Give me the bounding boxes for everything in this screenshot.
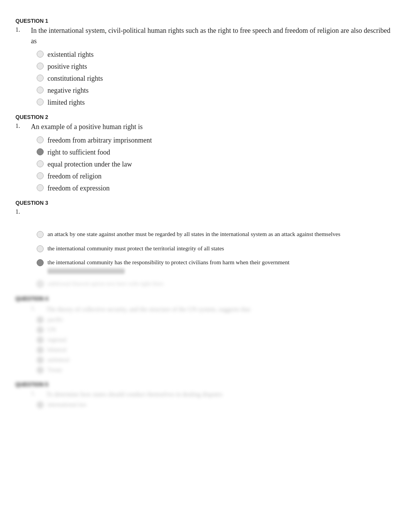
question-4-label: QUESTION 4 bbox=[15, 296, 395, 302]
question-1-label: QUESTION 1 bbox=[15, 18, 395, 24]
option-q1-existential[interactable]: existential rights bbox=[37, 49, 395, 60]
radio-q1-positive[interactable] bbox=[37, 63, 44, 70]
option-q2-freedom-religion[interactable]: freedom of religion bbox=[37, 171, 395, 182]
option-q1-limited[interactable]: limited rights bbox=[37, 97, 395, 108]
option-text-q3-attack: an attack by one state against another m… bbox=[47, 230, 341, 239]
option-q1-constitutional[interactable]: constitutional rights bbox=[37, 73, 395, 84]
question-3-number: 1. bbox=[15, 207, 31, 215]
question-1-section: QUESTION 1 1. In the international syste… bbox=[15, 18, 395, 108]
radio-q2-freedom-religion[interactable] bbox=[37, 172, 44, 179]
radio-q2-equal-protection[interactable] bbox=[37, 160, 44, 167]
question-2-number: 1. bbox=[15, 122, 31, 129]
question-2-section: QUESTION 2 1. An example of a positive h… bbox=[15, 114, 395, 194]
option-text-q1-limited: limited rights bbox=[47, 97, 85, 108]
question-2-text: An example of a positive human right is bbox=[31, 122, 395, 132]
option-text-q3-territorial: the international community must protect… bbox=[47, 244, 224, 253]
option-q2-sufficient-food[interactable]: right to sufficient food bbox=[37, 147, 395, 158]
option-q3-attack[interactable]: an attack by one state against another m… bbox=[37, 230, 395, 239]
option-text-q2-freedom-arbitrary: freedom from arbitrary imprisonment bbox=[47, 135, 152, 146]
option-text-q3-responsibility: the international community has the resp… bbox=[47, 258, 290, 267]
radio-q1-limited[interactable] bbox=[37, 99, 44, 105]
radio-q2-freedom-expression[interactable] bbox=[37, 184, 44, 191]
question-4-section: QUESTION 4 1. The theory of collective s… bbox=[15, 296, 395, 374]
question-5-section: QUESTION 5 1. To determine how states sh… bbox=[15, 381, 395, 408]
option-text-q3-responsibility-container: the international community has the resp… bbox=[47, 258, 290, 274]
question-2-label: QUESTION 2 bbox=[15, 114, 395, 120]
question-1-options: existential rights positive rights const… bbox=[37, 49, 395, 108]
option-q3-responsibility[interactable]: the international community has the resp… bbox=[37, 258, 395, 274]
option-q3-blurred4: additional blurred option text here with… bbox=[37, 279, 395, 288]
option-q2-equal-protection[interactable]: equal protection under the law bbox=[37, 159, 395, 170]
radio-q2-freedom-arbitrary[interactable] bbox=[37, 136, 44, 143]
radio-q3-responsibility[interactable] bbox=[37, 259, 44, 266]
question-1-number: 1. bbox=[15, 25, 31, 33]
option-text-q2-sufficient-food: right to sufficient food bbox=[47, 147, 110, 158]
blurred-q3-continuation bbox=[47, 269, 125, 274]
question-2-options: freedom from arbitrary imprisonment righ… bbox=[37, 135, 395, 194]
option-q2-freedom-expression[interactable]: freedom of expression bbox=[37, 183, 395, 194]
option-q2-freedom-arbitrary[interactable]: freedom from arbitrary imprisonment bbox=[37, 135, 395, 146]
option-text-q1-constitutional: constitutional rights bbox=[47, 73, 103, 84]
question-1-text: In the international system, civil-polit… bbox=[31, 25, 395, 46]
question-5-label: QUESTION 5 bbox=[15, 381, 395, 388]
question-3-section: QUESTION 3 1. an attack by one state aga… bbox=[15, 200, 395, 288]
question-3-text-placeholder bbox=[31, 207, 395, 227]
radio-q1-existential[interactable] bbox=[37, 51, 44, 58]
radio-q3-blurred4 bbox=[37, 280, 44, 287]
question-3-options: an attack by one state against another m… bbox=[37, 230, 395, 288]
option-q1-positive[interactable]: positive rights bbox=[37, 61, 395, 72]
option-q1-negative[interactable]: negative rights bbox=[37, 85, 395, 96]
question-4-content: 1. The theory of collective security, an… bbox=[31, 305, 395, 374]
option-q3-territorial[interactable]: the international community must protect… bbox=[37, 244, 395, 253]
option-text-q2-freedom-expression: freedom of expression bbox=[47, 183, 110, 194]
option-text-q1-existential: existential rights bbox=[47, 49, 93, 60]
option-text-q2-equal-protection: equal protection under the law bbox=[47, 159, 132, 170]
radio-q1-negative[interactable] bbox=[37, 87, 44, 93]
radio-q2-sufficient-food[interactable] bbox=[37, 148, 44, 155]
radio-q3-territorial[interactable] bbox=[37, 245, 44, 252]
option-text-q3-blurred4: additional blurred option text here with… bbox=[47, 279, 164, 288]
option-text-q1-negative: negative rights bbox=[47, 85, 88, 96]
radio-q3-attack[interactable] bbox=[37, 231, 44, 238]
option-text-q1-positive: positive rights bbox=[47, 61, 87, 72]
radio-q1-constitutional[interactable] bbox=[37, 75, 44, 82]
option-text-q2-freedom-religion: freedom of religion bbox=[47, 171, 102, 182]
question-3-label: QUESTION 3 bbox=[15, 200, 395, 206]
